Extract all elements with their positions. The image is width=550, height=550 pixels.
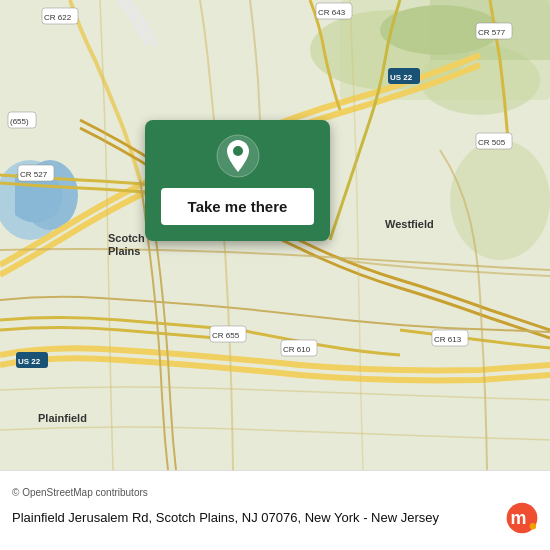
- moovit-logo-icon: m: [506, 502, 538, 534]
- svg-point-24: [530, 523, 536, 529]
- bottom-bar: © OpenStreetMap contributors Plainfield …: [0, 470, 550, 550]
- map-container: Scotch Plains Westfield Plainfield CR 62…: [0, 0, 550, 470]
- take-me-there-button[interactable]: Take me there: [161, 188, 314, 225]
- cr577-badge: CR 577: [478, 28, 506, 37]
- svg-text:m: m: [510, 508, 526, 528]
- cr505-badge: CR 505: [478, 138, 506, 147]
- cr613-badge: CR 613: [434, 335, 462, 344]
- address-text: Plainfield Jerusalem Rd, Scotch Plains, …: [12, 509, 496, 527]
- moovit-logo: m: [506, 502, 538, 534]
- attribution-text: © OpenStreetMap contributors: [12, 487, 538, 498]
- us22-bottom-badge: US 22: [18, 357, 41, 366]
- westfield-label: Westfield: [385, 218, 434, 230]
- location-pin-icon: [216, 134, 260, 178]
- cr610-badge: CR 610: [283, 345, 311, 354]
- 655-badge: (655): [10, 117, 29, 126]
- plainfield-label: Plainfield: [38, 412, 87, 424]
- scotch-plains-label2: Plains: [108, 245, 140, 257]
- cr622-badge: CR 622: [44, 13, 72, 22]
- cr527-badge: CR 527: [20, 170, 48, 179]
- svg-point-21: [233, 146, 243, 156]
- us22-top-badge: US 22: [390, 73, 413, 82]
- scotch-plains-label: Scotch: [108, 232, 145, 244]
- cr643-badge: CR 643: [318, 8, 346, 17]
- cr655-badge: CR 655: [212, 331, 240, 340]
- popup-card: Take me there: [145, 120, 330, 241]
- address-row: Plainfield Jerusalem Rd, Scotch Plains, …: [12, 502, 538, 534]
